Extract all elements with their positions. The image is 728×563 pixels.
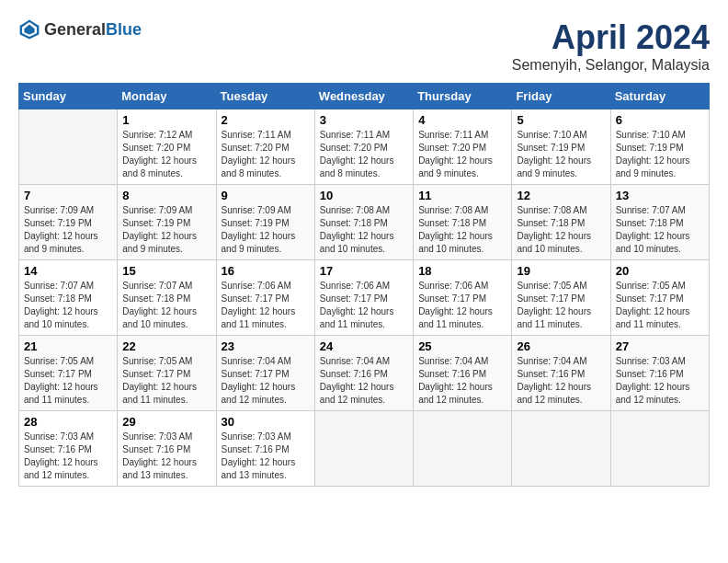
day-number: 18 xyxy=(418,264,506,278)
day-cell: 30Sunrise: 7:03 AM Sunset: 7:16 PM Dayli… xyxy=(216,411,314,487)
day-number: 11 xyxy=(418,189,506,202)
day-number: 3 xyxy=(320,113,408,127)
day-info: Sunrise: 7:08 AM Sunset: 7:18 PM Dayligh… xyxy=(418,204,506,256)
day-cell xyxy=(512,411,610,487)
logo: GeneralBlue xyxy=(18,18,142,40)
day-number: 17 xyxy=(320,264,408,278)
day-cell: 28Sunrise: 7:03 AM Sunset: 7:16 PM Dayli… xyxy=(19,411,118,487)
week-row-4: 21Sunrise: 7:05 AM Sunset: 7:17 PM Dayli… xyxy=(19,336,710,411)
day-cell: 3Sunrise: 7:11 AM Sunset: 7:20 PM Daylig… xyxy=(314,109,413,185)
day-cell: 22Sunrise: 7:05 AM Sunset: 7:17 PM Dayli… xyxy=(118,336,216,411)
day-cell: 13Sunrise: 7:07 AM Sunset: 7:18 PM Dayli… xyxy=(610,185,709,260)
day-number: 29 xyxy=(122,415,210,429)
day-number: 19 xyxy=(517,264,605,278)
day-number: 21 xyxy=(24,339,112,353)
day-info: Sunrise: 7:04 AM Sunset: 7:16 PM Dayligh… xyxy=(517,355,605,407)
day-info: Sunrise: 7:05 AM Sunset: 7:17 PM Dayligh… xyxy=(24,355,112,407)
day-info: Sunrise: 7:04 AM Sunset: 7:16 PM Dayligh… xyxy=(320,355,408,407)
day-number: 14 xyxy=(24,264,112,278)
week-row-3: 14Sunrise: 7:07 AM Sunset: 7:18 PM Dayli… xyxy=(19,260,710,336)
day-cell: 7Sunrise: 7:09 AM Sunset: 7:19 PM Daylig… xyxy=(19,185,118,260)
day-info: Sunrise: 7:07 AM Sunset: 7:18 PM Dayligh… xyxy=(616,204,704,256)
subtitle: Semenyih, Selangor, Malaysia xyxy=(512,57,710,74)
day-info: Sunrise: 7:03 AM Sunset: 7:16 PM Dayligh… xyxy=(24,431,112,482)
day-number: 28 xyxy=(24,415,112,429)
day-cell: 16Sunrise: 7:06 AM Sunset: 7:17 PM Dayli… xyxy=(216,260,314,336)
day-number: 2 xyxy=(222,113,310,127)
logo-text-general: General xyxy=(44,20,106,39)
day-info: Sunrise: 7:03 AM Sunset: 7:16 PM Dayligh… xyxy=(122,431,210,482)
day-number: 12 xyxy=(517,189,605,202)
day-info: Sunrise: 7:10 AM Sunset: 7:19 PM Dayligh… xyxy=(616,129,704,180)
header-cell-monday: Monday xyxy=(118,84,216,109)
day-number: 7 xyxy=(24,189,112,202)
day-number: 5 xyxy=(517,113,605,127)
day-info: Sunrise: 7:06 AM Sunset: 7:17 PM Dayligh… xyxy=(418,280,506,331)
header-cell-saturday: Saturday xyxy=(610,84,709,109)
day-number: 16 xyxy=(222,264,310,278)
day-number: 20 xyxy=(616,264,704,278)
day-cell: 29Sunrise: 7:03 AM Sunset: 7:16 PM Dayli… xyxy=(118,411,216,487)
day-number: 6 xyxy=(616,113,704,127)
day-cell: 21Sunrise: 7:05 AM Sunset: 7:17 PM Dayli… xyxy=(19,336,118,411)
day-info: Sunrise: 7:07 AM Sunset: 7:18 PM Dayligh… xyxy=(24,280,112,331)
week-row-1: 1Sunrise: 7:12 AM Sunset: 7:20 PM Daylig… xyxy=(19,109,710,185)
header: GeneralBlue April 2024 Semenyih, Selango… xyxy=(18,18,710,74)
day-number: 22 xyxy=(122,339,210,353)
day-number: 4 xyxy=(418,113,506,127)
day-info: Sunrise: 7:05 AM Sunset: 7:17 PM Dayligh… xyxy=(616,280,704,331)
logo-text-blue: Blue xyxy=(106,20,142,39)
day-cell: 8Sunrise: 7:09 AM Sunset: 7:19 PM Daylig… xyxy=(118,185,216,260)
day-cell: 26Sunrise: 7:04 AM Sunset: 7:16 PM Dayli… xyxy=(512,336,610,411)
logo-icon xyxy=(18,18,40,40)
day-cell: 19Sunrise: 7:05 AM Sunset: 7:17 PM Dayli… xyxy=(512,260,610,336)
day-cell: 25Sunrise: 7:04 AM Sunset: 7:16 PM Dayli… xyxy=(414,336,512,411)
day-info: Sunrise: 7:06 AM Sunset: 7:17 PM Dayligh… xyxy=(320,280,408,331)
day-cell: 2Sunrise: 7:11 AM Sunset: 7:20 PM Daylig… xyxy=(216,109,314,185)
day-info: Sunrise: 7:05 AM Sunset: 7:17 PM Dayligh… xyxy=(517,280,605,331)
day-number: 23 xyxy=(222,339,310,353)
day-info: Sunrise: 7:04 AM Sunset: 7:16 PM Dayligh… xyxy=(418,355,506,407)
header-cell-friday: Friday xyxy=(512,84,610,109)
header-cell-sunday: Sunday xyxy=(19,84,118,109)
day-info: Sunrise: 7:08 AM Sunset: 7:18 PM Dayligh… xyxy=(517,204,605,256)
header-row: SundayMondayTuesdayWednesdayThursdayFrid… xyxy=(19,84,710,109)
day-cell: 14Sunrise: 7:07 AM Sunset: 7:18 PM Dayli… xyxy=(19,260,118,336)
day-info: Sunrise: 7:09 AM Sunset: 7:19 PM Dayligh… xyxy=(24,204,112,256)
day-number: 9 xyxy=(222,189,310,202)
calendar-header: SundayMondayTuesdayWednesdayThursdayFrid… xyxy=(19,84,710,109)
day-number: 27 xyxy=(616,339,704,353)
day-info: Sunrise: 7:07 AM Sunset: 7:18 PM Dayligh… xyxy=(122,280,210,331)
day-number: 8 xyxy=(122,189,210,202)
day-info: Sunrise: 7:08 AM Sunset: 7:18 PM Dayligh… xyxy=(320,204,408,256)
day-cell: 4Sunrise: 7:11 AM Sunset: 7:20 PM Daylig… xyxy=(414,109,512,185)
day-cell: 12Sunrise: 7:08 AM Sunset: 7:18 PM Dayli… xyxy=(512,185,610,260)
day-number: 10 xyxy=(320,189,408,202)
day-cell xyxy=(610,411,709,487)
day-cell: 27Sunrise: 7:03 AM Sunset: 7:16 PM Dayli… xyxy=(610,336,709,411)
day-cell: 11Sunrise: 7:08 AM Sunset: 7:18 PM Dayli… xyxy=(414,185,512,260)
day-cell: 6Sunrise: 7:10 AM Sunset: 7:19 PM Daylig… xyxy=(610,109,709,185)
header-cell-tuesday: Tuesday xyxy=(216,84,314,109)
calendar-table: SundayMondayTuesdayWednesdayThursdayFrid… xyxy=(18,83,710,487)
day-number: 13 xyxy=(616,189,704,202)
day-cell xyxy=(314,411,413,487)
header-cell-wednesday: Wednesday xyxy=(314,84,413,109)
day-cell: 10Sunrise: 7:08 AM Sunset: 7:18 PM Dayli… xyxy=(314,185,413,260)
title-section: April 2024 Semenyih, Selangor, Malaysia xyxy=(512,18,710,74)
day-info: Sunrise: 7:11 AM Sunset: 7:20 PM Dayligh… xyxy=(418,129,506,180)
day-cell: 15Sunrise: 7:07 AM Sunset: 7:18 PM Dayli… xyxy=(118,260,216,336)
day-cell: 24Sunrise: 7:04 AM Sunset: 7:16 PM Dayli… xyxy=(314,336,413,411)
day-cell: 5Sunrise: 7:10 AM Sunset: 7:19 PM Daylig… xyxy=(512,109,610,185)
day-info: Sunrise: 7:05 AM Sunset: 7:17 PM Dayligh… xyxy=(122,355,210,407)
day-number: 30 xyxy=(222,415,310,429)
main-title: April 2024 xyxy=(512,18,710,57)
calendar-body: 1Sunrise: 7:12 AM Sunset: 7:20 PM Daylig… xyxy=(19,109,710,487)
day-number: 15 xyxy=(122,264,210,278)
day-cell: 9Sunrise: 7:09 AM Sunset: 7:19 PM Daylig… xyxy=(216,185,314,260)
day-info: Sunrise: 7:11 AM Sunset: 7:20 PM Dayligh… xyxy=(320,129,408,180)
week-row-5: 28Sunrise: 7:03 AM Sunset: 7:16 PM Dayli… xyxy=(19,411,710,487)
day-cell: 23Sunrise: 7:04 AM Sunset: 7:17 PM Dayli… xyxy=(216,336,314,411)
day-cell: 1Sunrise: 7:12 AM Sunset: 7:20 PM Daylig… xyxy=(118,109,216,185)
day-cell xyxy=(414,411,512,487)
